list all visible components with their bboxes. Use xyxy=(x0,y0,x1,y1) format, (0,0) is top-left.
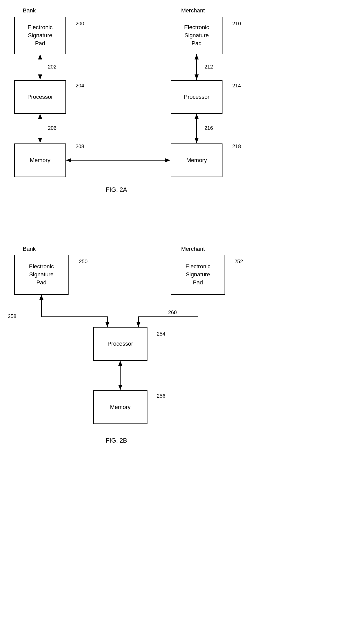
fig2a-merch-proc-box: Processor xyxy=(171,80,222,114)
fig2b-refnum-254: 254 xyxy=(157,331,165,337)
fig2a-refnum-208: 208 xyxy=(76,143,84,149)
fig2a-refnum-200: 200 xyxy=(76,21,84,27)
fig2b-mem-box: Memory xyxy=(93,390,147,424)
fig2a-bank-mem-box: Memory xyxy=(14,143,66,177)
fig2a-refnum-214: 214 xyxy=(232,83,241,89)
svg-text:202: 202 xyxy=(48,64,56,70)
fig2b-refnum-252: 252 xyxy=(234,259,243,264)
fig2b-bank-sig-box: Electronic Signature Pad xyxy=(14,255,69,295)
fig2b-merch-sig-box: Electronic Signature Pad xyxy=(171,255,225,295)
fig2a-bank-label: Bank xyxy=(23,7,36,14)
fig2a-refnum-204: 204 xyxy=(76,83,84,89)
fig2a-merch-sig-box: Electronic Signature Pad xyxy=(171,17,222,54)
fig2b-title: FIG. 2B xyxy=(78,437,155,444)
fig2b-merchant-label: Merchant xyxy=(181,246,205,252)
svg-text:258: 258 xyxy=(8,313,16,319)
fig2a-bank-proc-box: Processor xyxy=(14,80,66,114)
svg-text:212: 212 xyxy=(204,64,213,70)
fig2a-title: FIG. 2A xyxy=(78,186,155,193)
svg-text:206: 206 xyxy=(48,125,56,131)
fig2b-proc-box: Processor xyxy=(93,327,147,361)
fig2b-refnum-250: 250 xyxy=(79,259,87,264)
fig2b-refnum-256: 256 xyxy=(157,393,165,399)
svg-text:216: 216 xyxy=(204,125,213,131)
fig2a-merchant-label: Merchant xyxy=(181,7,205,14)
fig2b-bank-label: Bank xyxy=(23,246,36,252)
fig2a-refnum-210: 210 xyxy=(232,21,241,27)
fig2a-bank-sig-box: Electronic Signature Pad xyxy=(14,17,66,54)
svg-text:260: 260 xyxy=(168,309,177,315)
fig2a-merch-mem-box: Memory xyxy=(171,143,222,177)
fig2a-refnum-218: 218 xyxy=(232,143,241,149)
